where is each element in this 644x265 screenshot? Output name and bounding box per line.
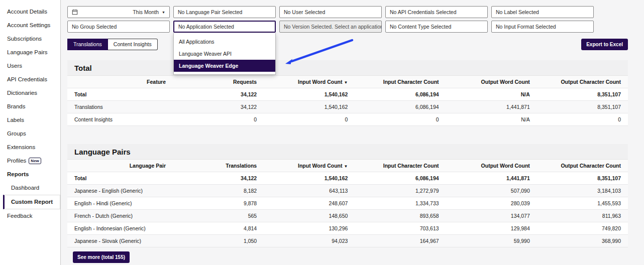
sidebar-item[interactable]: Reports [3, 168, 60, 181]
filter-select[interactable]: No Content Type Selected [385, 21, 488, 33]
dropdown-option[interactable]: Language Weaver Edge [174, 60, 275, 72]
sidebar-item[interactable]: Users [3, 59, 60, 73]
column-header[interactable]: Input Character Count [355, 79, 446, 85]
application-dropdown-menu: All Applications Language Weaver API Lan… [173, 33, 276, 75]
sidebar-item-label: Dashboard [11, 185, 39, 191]
dropdown-option[interactable]: Language Weaver API [174, 48, 275, 60]
sidebar-item[interactable]: Feedback [3, 209, 60, 223]
column-header[interactable]: Output Word Count [446, 163, 537, 169]
cell-translations: 9,878 [173, 200, 264, 206]
cell-output-word-count: 280,039 [446, 200, 537, 206]
sidebar-item[interactable]: Brands [3, 100, 60, 113]
tab[interactable]: Content Insights [108, 39, 158, 50]
sidebar-item[interactable]: Subscriptions [3, 32, 60, 46]
row-label: English - Hindi (Generic) [67, 200, 173, 206]
sidebar-item-label: Subscriptions [7, 36, 42, 42]
column-header-label: Output Character Count [561, 163, 621, 169]
sidebar-item-label: Feedback [7, 213, 33, 219]
filter-select[interactable]: No Group Selected [67, 21, 170, 33]
column-header-label: Output Character Count [561, 79, 621, 85]
filters-row-1: This Month ▼ No Language Pair Selected N… [67, 6, 628, 18]
cell-input-word-count: 1,540,162 [264, 175, 355, 181]
column-header[interactable]: Output Character Count [537, 163, 628, 169]
table-row: French - Dutch (Generic) 565 148,650 893… [67, 210, 628, 222]
column-header[interactable]: Input Character Count [355, 163, 446, 169]
column-header[interactable]: Feature [67, 79, 173, 85]
cell-output-character-count: 3,184,103 [537, 188, 628, 194]
column-header-label: Language Pair [130, 163, 166, 169]
cell-output-character-count: 811,963 [537, 213, 628, 219]
sidebar-item[interactable]: Custom Report [3, 195, 60, 209]
filter-select[interactable]: No Language Pair Selected [173, 6, 276, 18]
sidebar-item[interactable]: Language Pairs [3, 46, 60, 59]
tab[interactable]: Translations [67, 39, 108, 50]
sidebar-item[interactable]: Groups [3, 127, 60, 141]
sidebar-item[interactable]: Labels [3, 113, 60, 127]
dropdown-option[interactable]: All Applications [174, 36, 275, 48]
date-range-filter[interactable]: This Month ▼ [67, 6, 170, 18]
sidebar-item[interactable]: Dictionaries [3, 86, 60, 100]
table-header-row: Language Pair Translations Input Word Co… [67, 160, 628, 172]
sidebar-item-label: Brands [7, 103, 25, 110]
export-to-excel-button[interactable]: Export to Excel [581, 39, 628, 50]
column-header-label: Input Character Count [383, 163, 439, 169]
see-more-button[interactable]: See more (total 155) [73, 251, 130, 263]
cell-input-word-count: 1,540,162 [264, 91, 355, 97]
cell-input-character-count: 1,334,733 [355, 200, 446, 206]
column-header[interactable]: Output Character Count [537, 79, 628, 85]
cell-translations: 34,122 [173, 175, 264, 181]
sidebar-item[interactable]: Profiles New [3, 154, 60, 168]
column-header-label: Input Word Count [298, 79, 342, 85]
cell-translations: 8,182 [173, 188, 264, 194]
cell-output-word-count: 134,077 [446, 213, 537, 219]
column-header[interactable]: Requests [173, 79, 264, 85]
row-label: English - Indonesian (Generic) [67, 225, 173, 231]
table-row: English - Indonesian (Generic) 4,814 130… [67, 222, 628, 235]
filters-row-2: No Group Selected No Application Selecte… [67, 21, 628, 33]
table-row: Total 34,122 1,540,162 6,086,194 N/A 8,3… [67, 88, 628, 101]
cell-input-character-count: 6,086,194 [355, 104, 446, 110]
cell-input-word-count: 130,296 [264, 225, 355, 231]
column-header[interactable]: Translations [173, 163, 264, 169]
language-pairs-section-title: Language Pairs [67, 144, 628, 159]
table-row: Content Insights 0 0 0 N/A 0 [67, 113, 628, 126]
filter-select[interactable]: No Version Selected. Select an applicati… [279, 21, 382, 33]
filter-select[interactable]: No API Credentials Selected [385, 6, 488, 18]
cell-output-word-count: N/A [446, 91, 537, 97]
table-row: English - Hindi (Generic) 9,878 248,607 … [67, 197, 628, 210]
column-header-label: Translations [226, 163, 257, 169]
sidebar-item[interactable]: API Credentials [3, 73, 60, 86]
column-header-label: Feature [147, 79, 166, 85]
filter-select[interactable]: No Input Format Selected [491, 21, 594, 33]
chevron-down-icon: ▼ [162, 11, 165, 14]
table-row: Japanese - Slovak (Generic) 1,050 94,023… [67, 235, 628, 247]
table-row: Japanese - English (Generic) 8,182 643,1… [67, 185, 628, 197]
cell-translations: 1,050 [173, 238, 264, 244]
column-header[interactable]: Input Word Count▼ [264, 79, 355, 85]
row-label: French - Dutch (Generic) [67, 213, 173, 219]
row-label: Total [67, 91, 173, 97]
column-header[interactable]: Language Pair [67, 163, 173, 169]
sidebar-item-label: Language Pairs [7, 49, 48, 56]
cell-input-character-count: 6,086,194 [355, 91, 446, 97]
column-header-label: Input Character Count [383, 79, 439, 85]
table-body: Total 34,122 1,540,162 6,086,194 N/A 8,3… [67, 88, 628, 126]
sidebar-item[interactable]: Extensions [3, 141, 60, 154]
sidebar-item[interactable]: Dashboard [3, 181, 60, 195]
cell-requests: 0 [173, 116, 264, 122]
sidebar-item-label: Groups [7, 130, 26, 137]
sidebar-item[interactable]: Account Details [3, 5, 60, 19]
column-header[interactable]: Input Word Count▼ [264, 163, 355, 169]
cell-input-character-count: 1,272,979 [355, 188, 446, 194]
filter-select[interactable]: No User Selected [279, 6, 382, 18]
filter-select[interactable]: No Label Selected [491, 6, 594, 18]
cell-output-character-count: 749,820 [537, 225, 628, 231]
filter-select[interactable]: No Application Selected [173, 21, 276, 33]
column-header[interactable]: Output Word Count [446, 79, 537, 85]
sidebar-item[interactable]: Account Settings [3, 19, 60, 32]
cell-output-word-count: 129,984 [446, 225, 537, 231]
cell-input-word-count: 94,023 [264, 238, 355, 244]
sidebar-item-label: API Credentials [7, 76, 47, 83]
cell-input-character-count: 6,086,194 [355, 175, 446, 181]
column-header-label: Input Word Count [298, 163, 342, 169]
